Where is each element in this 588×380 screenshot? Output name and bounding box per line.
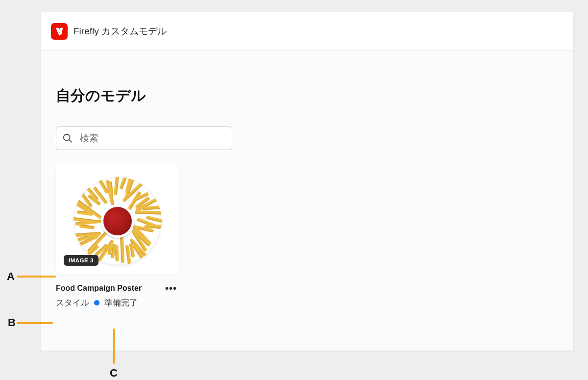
app-window: Firefly カスタムモデル 自分のモデル IMAGE 3 Food Camp… xyxy=(41,12,573,351)
status-dot-icon xyxy=(94,300,99,305)
model-status-label: 準備完了 xyxy=(104,297,138,308)
annotation-b-line xyxy=(17,322,53,324)
model-type-label: スタイル xyxy=(56,297,89,308)
search-input[interactable] xyxy=(80,133,226,144)
annotation-b: B xyxy=(8,316,16,329)
image-version-badge: IMAGE 3 xyxy=(64,255,98,266)
app-header: Firefly カスタムモデル xyxy=(41,12,573,51)
model-thumbnail: IMAGE 3 xyxy=(56,164,179,272)
page-heading: 自分のモデル xyxy=(56,86,559,106)
search-field[interactable] xyxy=(56,127,232,150)
annotation-a-line xyxy=(17,276,56,278)
search-icon xyxy=(62,133,73,144)
annotation-c-line xyxy=(113,329,115,364)
svg-line-1 xyxy=(69,140,72,142)
annotation-c: C xyxy=(110,367,118,380)
more-actions-button[interactable]: ••• xyxy=(163,283,179,293)
model-title: Food Campaign Poster xyxy=(56,284,142,293)
adobe-logo-icon xyxy=(51,23,68,40)
model-card-meta: Food Campaign Poster ••• スタイル 準備完了 xyxy=(56,283,179,308)
app-title: Firefly カスタムモデル xyxy=(74,25,167,38)
adobe-a-icon xyxy=(54,26,65,37)
main-content: 自分のモデル IMAGE 3 Food Campaign Poster ••• xyxy=(41,51,573,323)
svg-point-0 xyxy=(64,134,70,141)
model-card[interactable]: IMAGE 3 xyxy=(56,164,179,275)
annotation-a: A xyxy=(7,270,15,283)
